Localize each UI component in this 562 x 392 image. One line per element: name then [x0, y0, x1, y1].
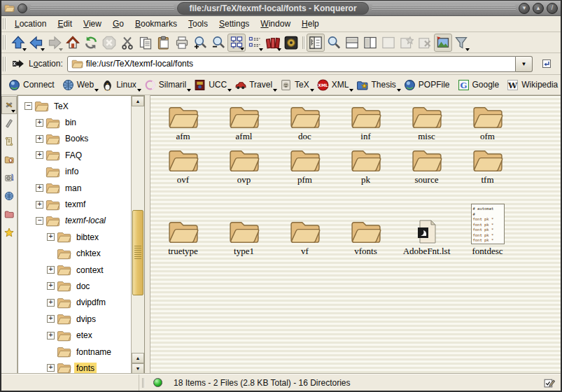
file-item[interactable]: # automat # font pk * font pk * font pk …: [153, 100, 213, 144]
file-item[interactable]: # automat # font pk * font pk * font pk …: [274, 187, 335, 258]
minimize-button[interactable]: ▾: [519, 3, 530, 14]
menu-item[interactable]: Location: [9, 18, 52, 30]
paste-button[interactable]: [155, 34, 173, 52]
tree-item[interactable]: info: [18, 164, 131, 180]
panel-splitter[interactable]: [145, 95, 150, 374]
tree-expander[interactable]: +: [36, 184, 43, 192]
tree-item[interactable]: + dvipdfm: [18, 295, 131, 311]
menu-item[interactable]: Go: [107, 18, 129, 30]
tree-item[interactable]: + doc: [18, 278, 131, 294]
titlebar[interactable]: file:/usr/TeX/texmf-local/fonts - Konque…: [1, 1, 561, 16]
tree-item[interactable]: chktex: [18, 246, 131, 262]
zoom-in-button[interactable]: [191, 34, 209, 52]
location-dropdown-button[interactable]: ▼: [516, 56, 533, 72]
scrollbar-thumb[interactable]: [132, 210, 143, 295]
text-view-button[interactable]: [264, 34, 282, 52]
tree-expander[interactable]: +: [36, 119, 43, 127]
tree-item[interactable]: + Books: [18, 131, 131, 147]
copy-button[interactable]: [136, 34, 155, 52]
tree-scrollbar[interactable]: ▲ ▲ ▼: [131, 96, 144, 374]
bookmark-item[interactable]: TeX: [277, 77, 314, 92]
file-size-view-button[interactable]: [282, 34, 300, 52]
tree-item[interactable]: + bibtex: [18, 229, 131, 245]
bookmark-item[interactable]: POPFile: [401, 77, 455, 92]
menu-item[interactable]: Bookmarks: [129, 18, 183, 30]
tree-expander[interactable]: +: [47, 233, 55, 241]
tree-item[interactable]: + FAQ: [18, 147, 131, 163]
bookmark-item[interactable]: Connect: [6, 77, 59, 92]
sidebar-services-tab[interactable]: [1, 169, 17, 187]
menu-item[interactable]: Settings: [213, 18, 255, 30]
close-button[interactable]: /: [547, 3, 558, 14]
tree-item[interactable]: fontname: [18, 344, 131, 360]
tree-item[interactable]: + bin: [18, 114, 131, 130]
location-input[interactable]: file:/usr/TeX/texmf-local/fonts: [67, 56, 516, 72]
home-button[interactable]: [64, 34, 82, 52]
tree-item[interactable]: + etex: [18, 327, 131, 343]
bookmark-item[interactable]: Linux: [99, 77, 141, 92]
zoom-out-button[interactable]: [209, 34, 227, 52]
file-item[interactable]: # automat # font pk * font pk * font pk …: [213, 187, 274, 258]
split-view-top-bottom-button[interactable]: [343, 34, 361, 52]
cut-button[interactable]: [118, 34, 136, 52]
file-item[interactable]: # automat # font pk * font pk * font pk …: [274, 100, 335, 144]
file-item[interactable]: # automat # font pk * font pk * font pk …: [457, 144, 518, 187]
bookmark-item[interactable]: Thesis: [353, 77, 400, 92]
split-view-left-right-button[interactable]: [361, 34, 379, 52]
stop-button[interactable]: [100, 34, 118, 52]
menu-item[interactable]: Window: [255, 18, 296, 30]
file-item[interactable]: # automat # font pk * font pk * font pk …: [457, 187, 518, 258]
tree-expander[interactable]: +: [47, 315, 55, 323]
tree-expander[interactable]: +: [36, 201, 43, 209]
tree-expander[interactable]: +: [47, 332, 55, 340]
scrollbar-track[interactable]: [132, 106, 144, 353]
icon-view-button[interactable]: [227, 34, 246, 52]
tree-item[interactable]: + dvips: [18, 311, 131, 327]
back-button[interactable]: [27, 34, 45, 52]
sidebar-home-directory-tab[interactable]: [1, 150, 17, 169]
file-item[interactable]: # automat # font pk * font pk * font pk …: [153, 144, 213, 187]
sidebar-network-tab[interactable]: [1, 187, 17, 205]
close-tab-button[interactable]: [416, 34, 434, 52]
bookmark-item[interactable]: Web: [59, 77, 99, 92]
menu-item[interactable]: Edit: [52, 18, 78, 30]
tree-expander[interactable]: +: [36, 135, 43, 143]
menubar-grip[interactable]: [3, 18, 6, 29]
bookmark-item[interactable]: XML: [314, 77, 354, 92]
menu-item[interactable]: Help: [296, 18, 325, 30]
menu-item[interactable]: View: [78, 18, 107, 30]
reload-button[interactable]: [82, 34, 100, 52]
file-item[interactable]: # automat # font pk * font pk * font pk …: [396, 187, 457, 258]
file-item[interactable]: # automat # font pk * font pk * font pk …: [396, 100, 457, 144]
bookmark-item[interactable]: Travel: [232, 77, 277, 92]
file-item[interactable]: # automat # font pk * font pk * font pk …: [213, 100, 274, 144]
bookmark-item[interactable]: Google: [455, 77, 505, 92]
tree-item[interactable]: + texmf: [18, 196, 131, 212]
window-menu-button[interactable]: [17, 4, 27, 13]
location-value[interactable]: file:/usr/TeX/texmf-local/fonts: [86, 59, 193, 69]
tree-expander[interactable]: −: [36, 217, 43, 225]
bookmark-item[interactable]: Wikipedia: [504, 77, 562, 92]
toolbar-separator[interactable]: [300, 34, 307, 52]
sidebar-bookmark-flag-tab[interactable]: [1, 114, 17, 132]
tree-expander[interactable]: +: [36, 151, 43, 159]
sidebar-bookmarks-tab[interactable]: [1, 223, 17, 241]
forward-button[interactable]: [45, 34, 64, 52]
go-button[interactable]: [538, 55, 555, 72]
file-item[interactable]: # automat # font pk * font pk * font pk …: [274, 144, 335, 187]
file-item[interactable]: # automat # font pk * font pk * font pk …: [335, 144, 396, 187]
scroll-down-button[interactable]: ▼: [132, 363, 144, 374]
tree-item[interactable]: + context: [18, 262, 131, 278]
tree-item[interactable]: + fonts: [18, 360, 131, 374]
configure-sidebar-button[interactable]: [1, 96, 17, 114]
file-item[interactable]: # automat # font pk * font pk * font pk …: [153, 187, 213, 258]
tree-expander[interactable]: +: [47, 364, 55, 372]
image-preview-button[interactable]: [434, 34, 452, 52]
file-item[interactable]: # automat # font pk * font pk * font pk …: [457, 100, 518, 144]
file-item[interactable]: # automat # font pk * font pk * font pk …: [213, 144, 274, 187]
up-button[interactable]: [9, 34, 27, 52]
sidebar-history-tab[interactable]: [1, 132, 17, 150]
tree-expander[interactable]: +: [47, 266, 55, 274]
page-settings-icon[interactable]: [543, 377, 555, 388]
filter-button[interactable]: [452, 34, 470, 52]
